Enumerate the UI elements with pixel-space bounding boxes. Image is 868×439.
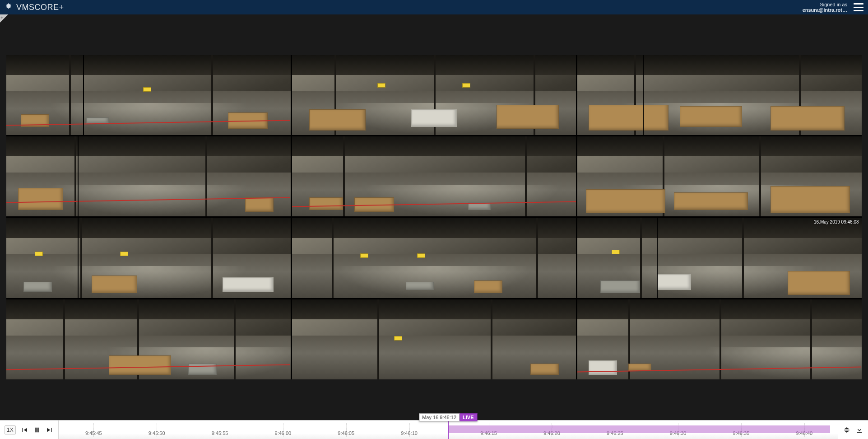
timeline-live-region (448, 425, 830, 433)
camera-tile[interactable] (292, 55, 576, 135)
playhead-line (448, 420, 449, 439)
timeline-tick-label: 9:46:00 (275, 430, 292, 436)
camera-tile[interactable] (292, 299, 576, 379)
app-logo-icon (4, 2, 14, 12)
camera-tile[interactable] (577, 55, 861, 135)
camera-tile[interactable] (6, 136, 290, 216)
playhead[interactable]: May 16 9:46:12 LIVE (419, 413, 477, 421)
pause-button[interactable] (33, 426, 41, 434)
timeline-tick-label: 9:46:05 (338, 430, 354, 436)
timeline[interactable]: 9:45:459:45:509:45:559:46:009:46:059:46:… (59, 420, 838, 439)
timeline-tick: 9:46:05 (346, 420, 347, 439)
timeline-tick-label: 9:45:50 (149, 430, 165, 436)
collapse-timeline-button[interactable] (843, 426, 851, 434)
playback-bar: 1X 9:45:459:45:509:45:559:46:009:46:059:… (0, 420, 868, 439)
camera-tile[interactable]: 16.May 2019 09:46:08 (577, 218, 861, 298)
camera-tile[interactable] (6, 299, 290, 379)
main-menu-button[interactable] (854, 3, 863, 11)
timeline-tick-label: 9:46:10 (401, 430, 418, 436)
app-header: VMSCORE+ Signed in as ensura@intra.rot… (0, 0, 868, 14)
signed-in-label: Signed in as (803, 2, 847, 7)
app-title: VMSCORE+ (16, 3, 64, 12)
camera-grid: 16.May 2019 09:46:08 (6, 55, 861, 379)
export-download-button[interactable] (855, 426, 863, 434)
video-stage: 16.May 2019 09:46:08 (0, 14, 868, 420)
camera-tile[interactable] (6, 218, 290, 298)
add-view-tab-button[interactable] (0, 14, 8, 23)
skip-forward-button[interactable] (46, 426, 54, 434)
skip-back-button[interactable] (20, 426, 28, 434)
timeline-tick: 9:45:55 (220, 420, 220, 439)
timeline-tick-label: 9:45:45 (85, 430, 102, 436)
playhead-live-badge: LIVE (460, 413, 477, 421)
timeline-tick-label: 9:45:55 (212, 430, 228, 436)
timeline-tick: 9:45:45 (93, 420, 94, 439)
signed-in-block: Signed in as ensura@intra.rot… (803, 2, 847, 13)
camera-overlay-timestamp: 16.May 2019 09:46:08 (814, 220, 859, 224)
camera-tile[interactable] (6, 55, 290, 135)
timeline-tick: 9:46:10 (409, 420, 410, 439)
playhead-datetime: May 16 9:46:12 (419, 413, 460, 421)
playback-controls: 1X (0, 420, 59, 439)
timeline-tick: 9:45:50 (157, 420, 157, 439)
timeline-right-controls (838, 420, 868, 439)
camera-tile[interactable] (577, 136, 861, 216)
camera-tile[interactable] (292, 136, 576, 216)
playback-speed-button[interactable]: 1X (5, 425, 16, 434)
signed-in-username: ensura@intra.rot… (803, 7, 847, 13)
timeline-tick: 9:46:00 (283, 420, 283, 439)
camera-tile[interactable] (577, 299, 861, 379)
camera-tile[interactable] (292, 218, 576, 298)
